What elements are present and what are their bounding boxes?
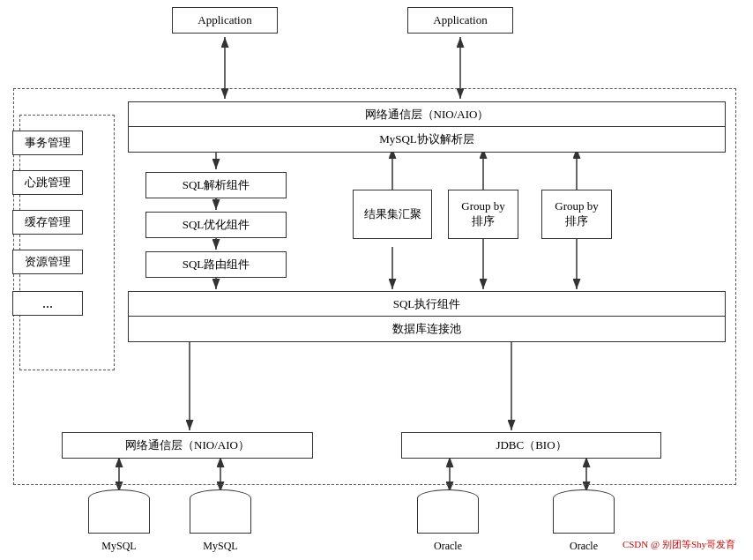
heartbeat-mgmt-label: 心跳管理: [25, 175, 71, 189]
mysql1-label: MySQL: [84, 540, 154, 553]
tx-mgmt-label: 事务管理: [25, 136, 71, 149]
cache-mgmt-label: 缓存管理: [25, 215, 71, 228]
sql-parse-box: SQL解析组件: [145, 172, 287, 198]
mysql2-label: MySQL: [185, 540, 256, 553]
group-by-1-line1: Group by: [452, 199, 514, 213]
oracle2-db: Oracle: [548, 489, 619, 553]
group-by-2-line2: 排序: [546, 213, 608, 229]
cache-mgmt-box: 缓存管理: [12, 210, 83, 235]
network-layer-top: 网络通信层（NIO/AIO）: [128, 101, 726, 128]
oracle1-db: Oracle: [413, 489, 483, 553]
sql-optimize-label: SQL优化组件: [183, 218, 250, 231]
more-mgmt-box: ...: [12, 291, 83, 316]
db-pool-label: 数据库连接池: [392, 322, 461, 335]
group-by-1-box: Group by 排序: [448, 190, 518, 239]
group-by-1-line2: 排序: [452, 213, 514, 229]
app-left-label: Application: [198, 13, 251, 26]
resource-mgmt-box: 资源管理: [12, 250, 83, 274]
db-pool-box: 数据库连接池: [128, 316, 726, 342]
app-right-label: Application: [433, 13, 487, 26]
tx-mgmt-box: 事务管理: [12, 131, 83, 155]
app-left: Application: [172, 7, 278, 34]
resource-mgmt-label: 资源管理: [25, 255, 71, 268]
network-layer-top-label: 网络通信层（NIO/AIO）: [365, 108, 489, 121]
result-merge-label: 结果集汇聚: [364, 207, 421, 220]
mysql-protocol-layer: MySQL协议解析层: [128, 126, 726, 153]
app-right: Application: [407, 7, 513, 34]
sql-parse-label: SQL解析组件: [183, 178, 250, 191]
diagram-container: Application Application 事务管理 心跳管理 缓存管理 资…: [0, 0, 753, 560]
sql-route-box: SQL路由组件: [145, 251, 287, 278]
oracle1-label: Oracle: [413, 540, 483, 553]
sql-exec-label: SQL执行组件: [393, 297, 461, 310]
mysql-protocol-label: MySQL协议解析层: [379, 132, 474, 146]
oracle2-label: Oracle: [548, 540, 619, 553]
watermark: CSDN @ 别团等Shy哥发育: [623, 538, 735, 551]
jdbc-box: JDBC（BIO）: [401, 432, 661, 459]
group-by-2-box: Group by 排序: [541, 190, 612, 239]
mysql1-db: MySQL: [84, 489, 154, 553]
mysql2-db: MySQL: [185, 489, 256, 553]
result-merge-box: 结果集汇聚: [353, 190, 432, 239]
bottom-network-box: 网络通信层（NIO/AIO）: [62, 432, 313, 459]
sql-exec-box: SQL执行组件: [128, 291, 726, 317]
group-by-2-line1: Group by: [546, 199, 608, 213]
watermark-text: CSDN @ 别团等Shy哥发育: [623, 539, 735, 549]
sql-route-label: SQL路由组件: [183, 258, 250, 271]
more-mgmt-label: ...: [42, 295, 53, 310]
jdbc-label: JDBC（BIO）: [496, 438, 566, 452]
sql-optimize-box: SQL优化组件: [145, 212, 287, 238]
bottom-network-label: 网络通信层（NIO/AIO）: [125, 438, 250, 452]
heartbeat-mgmt-box: 心跳管理: [12, 170, 83, 195]
